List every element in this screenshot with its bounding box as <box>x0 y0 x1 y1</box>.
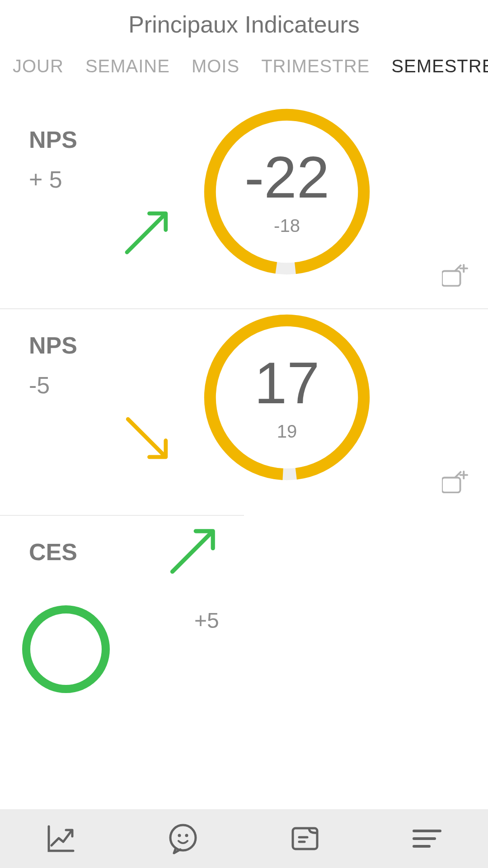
gauge-value: 17 <box>254 354 320 412</box>
svg-line-0 <box>127 215 164 253</box>
svg-point-14 <box>185 834 188 837</box>
gauge-ring <box>21 604 111 694</box>
nav-chart-icon[interactable] <box>43 821 79 857</box>
trend-arrow-up-icon <box>122 208 172 259</box>
share-icon[interactable] <box>442 471 468 495</box>
page-title: Principaux Indicateurs <box>0 0 488 56</box>
tab-semaine[interactable]: SEMAINE <box>85 56 170 76</box>
kpi-cards: NPS + 5 -22 -18 <box>0 104 488 615</box>
gauge-subvalue: 19 <box>277 421 297 442</box>
gauge-subvalue: -18 <box>274 216 300 236</box>
gauge-value: -22 <box>244 148 329 207</box>
kpi-card-ces[interactable]: CES +5 <box>0 516 488 615</box>
svg-point-12 <box>170 825 196 850</box>
kpi-card-nps-1[interactable]: NPS + 5 -22 -18 <box>0 104 488 309</box>
period-tabs: JOUR SEMAINE MOIS TRIMESTRE SEMESTRE <box>0 56 488 76</box>
trend-arrow-up-icon <box>167 525 219 579</box>
kpi-card-nps-2[interactable]: NPS -5 17 19 <box>0 309 488 515</box>
nav-feedback-icon[interactable] <box>165 821 201 857</box>
gauge-ring: -22 -18 <box>203 108 371 275</box>
bottom-nav <box>0 809 488 868</box>
trend-arrow-down-icon <box>122 413 172 465</box>
svg-point-11 <box>26 609 106 689</box>
metric-delta: +5 <box>194 608 219 633</box>
gauge-ring: 17 19 <box>203 314 371 481</box>
tab-mois[interactable]: MOIS <box>192 56 239 76</box>
tab-jour[interactable]: JOUR <box>13 56 64 76</box>
svg-point-13 <box>178 834 181 837</box>
nav-notes-icon[interactable] <box>287 821 323 857</box>
svg-line-10 <box>173 533 211 571</box>
tab-semestre[interactable]: SEMESTRE <box>391 56 488 76</box>
svg-line-5 <box>128 419 164 456</box>
tab-trimestre[interactable]: TRIMESTRE <box>261 56 370 76</box>
nav-menu-icon[interactable] <box>409 821 445 857</box>
share-icon[interactable] <box>442 264 468 288</box>
metric-title: CES <box>29 538 459 566</box>
